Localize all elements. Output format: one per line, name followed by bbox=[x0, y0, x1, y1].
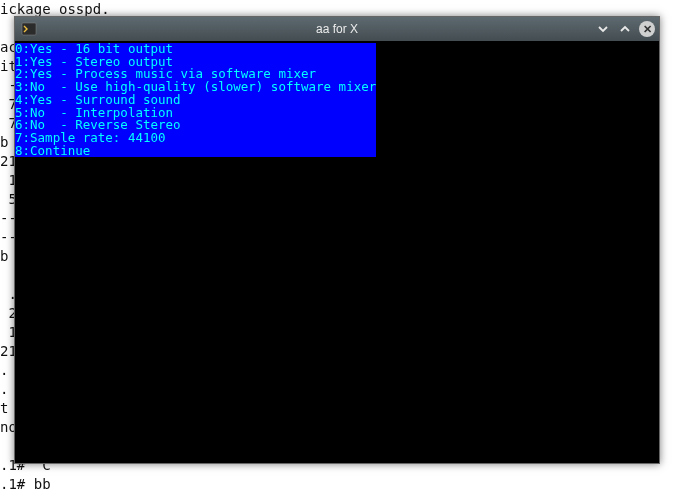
menu-item[interactable]: 8:Continue bbox=[15, 145, 376, 158]
close-icon[interactable]: ✕ bbox=[639, 21, 655, 37]
chevron-up-icon[interactable] bbox=[617, 21, 633, 37]
window-titlebar[interactable]: aa for X ✕ bbox=[15, 17, 659, 41]
audio-config-menu[interactable]: 0:Yes - 16 bit output 1:Yes - Stereo out… bbox=[15, 43, 376, 157]
background-line: t bbox=[0, 399, 8, 418]
svg-rect-0 bbox=[22, 23, 36, 35]
terminal-content[interactable]: 0:Yes - 16 bit output 1:Yes - Stereo out… bbox=[15, 41, 659, 463]
chevron-down-icon[interactable] bbox=[595, 21, 611, 37]
window-controls: ✕ bbox=[595, 17, 655, 41]
background-line: .1# bb bbox=[0, 475, 51, 494]
window-title: aa for X bbox=[15, 22, 659, 36]
terminal-icon bbox=[21, 21, 37, 37]
app-window: aa for X ✕ 0:Yes - 16 bit output 1:Yes -… bbox=[14, 16, 660, 464]
